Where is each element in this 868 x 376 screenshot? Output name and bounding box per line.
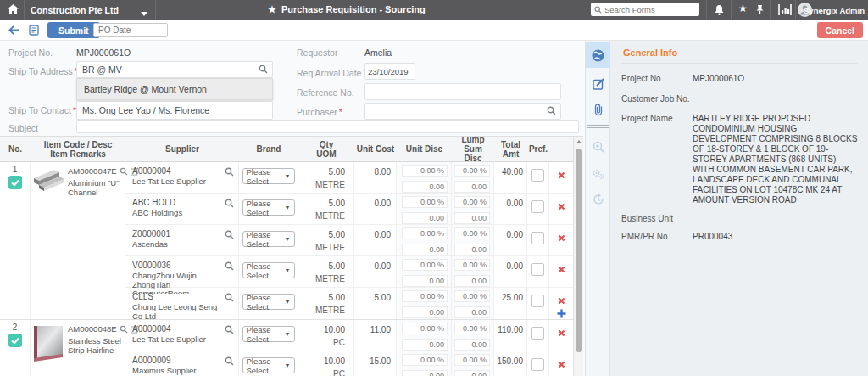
lump-disc-pct-input[interactable]: 0.00 %	[454, 354, 490, 366]
address-suggestion-option[interactable]: Bartley Ridge @ Mount Vernon	[76, 78, 273, 100]
general-info-tab-globe-icon[interactable]	[586, 42, 610, 68]
ship-to-address-input[interactable]	[76, 61, 273, 78]
notifications-bell-icon[interactable]	[714, 4, 725, 18]
unit-disc-pct-input[interactable]: 0.00 %	[402, 165, 448, 177]
lump-disc-amt-input[interactable]: 0.00	[454, 306, 490, 318]
delete-row-icon[interactable]	[558, 266, 565, 273]
panel-row-business-unit: Business Unit	[621, 214, 858, 223]
item-selected-checkbox[interactable]	[8, 334, 22, 347]
search-icon[interactable]	[225, 199, 234, 210]
unit-disc-amt-input[interactable]: 0.00	[402, 181, 448, 193]
zoom-search-icon[interactable]	[586, 134, 610, 160]
brand-select[interactable]: Please Select▼	[242, 294, 295, 310]
brand-select[interactable]: Please Select▼	[242, 326, 295, 342]
table-header: No. Item Code / DescItem Remarks Supplie…	[0, 137, 583, 162]
search-icon[interactable]	[225, 356, 234, 368]
delete-row-icon[interactable]	[558, 234, 565, 242]
pref-checkbox[interactable]	[531, 295, 544, 307]
back-arrow-icon[interactable]	[8, 25, 20, 36]
chevron-down-icon[interactable]	[141, 8, 147, 18]
col-lump-sum-disc: Lump SumDisc	[452, 137, 494, 161]
lump-disc-amt-input[interactable]: 0.00	[454, 275, 490, 287]
cancel-button[interactable]: Cancel	[817, 22, 863, 38]
brand-select[interactable]: Please Select▼	[242, 199, 295, 216]
pref-checkbox[interactable]	[531, 232, 544, 244]
pref-checkbox[interactable]	[531, 200, 544, 213]
unit-disc-pct-input[interactable]: 0.00 %	[402, 323, 448, 334]
brand-select[interactable]: Please Select▼	[242, 262, 295, 278]
supplier-name: Ascendas	[132, 240, 223, 250]
brand-select[interactable]: Please Select▼	[242, 231, 295, 247]
unit-disc-amt-input[interactable]: 0.00	[402, 244, 448, 255]
attachments-paperclip-icon[interactable]	[586, 97, 610, 122]
unit-disc-amt-input[interactable]: 0.00	[402, 275, 448, 287]
lump-disc-pct-input[interactable]: 0.00 %	[454, 196, 490, 208]
scroll-up-arrow[interactable]	[574, 137, 583, 147]
user-name[interactable]: Synergix Admin	[804, 6, 865, 15]
dashboard-chart-icon[interactable]	[778, 4, 792, 17]
delete-row-icon[interactable]	[558, 203, 565, 210]
search-icon[interactable]	[225, 293, 234, 304]
unit-disc-pct-input[interactable]: 0.00 %	[402, 290, 448, 302]
add-row-icon[interactable]	[557, 309, 566, 318]
brand-select[interactable]: Please Select▼	[242, 357, 295, 373]
req-arrival-date-input[interactable]	[364, 63, 415, 80]
lump-disc-amt-input[interactable]: 0.00	[454, 212, 490, 224]
delete-row-icon[interactable]	[558, 297, 565, 305]
item-selected-checkbox[interactable]	[8, 176, 22, 189]
pref-checkbox[interactable]	[531, 263, 544, 276]
table-scrollbar[interactable]	[573, 137, 583, 376]
unit-disc-pct-input[interactable]: 0.00 %	[402, 196, 448, 208]
col-pref: Pref.	[527, 137, 549, 161]
reference-no-input[interactable]	[364, 83, 561, 100]
delete-row-icon[interactable]	[558, 329, 565, 337]
edit-notes-icon[interactable]	[586, 71, 610, 97]
search-icon[interactable]	[225, 230, 234, 241]
item-cell: AM0000047E Aluminium "U" Channel	[31, 162, 125, 319]
unit-disc-pct-input[interactable]: 0.00 %	[402, 227, 448, 239]
unit-disc-pct-input[interactable]: 0.00 %	[402, 259, 448, 271]
history-icon[interactable]	[586, 187, 610, 212]
favorite-star-icon[interactable]: ★	[268, 5, 276, 14]
lump-disc-pct-input[interactable]: 0.00 %	[454, 323, 490, 334]
lump-disc-pct-input[interactable]: 0.00 %	[454, 259, 490, 271]
scrollbar-thumb[interactable]	[576, 149, 582, 352]
lump-disc-pct-input[interactable]: 0.00 %	[454, 227, 490, 239]
search-icon[interactable]	[225, 325, 234, 336]
settings-gears-icon[interactable]	[586, 161, 610, 187]
panel-pmr-pr-no-value: PR000043	[693, 232, 858, 242]
unit-disc-amt-input[interactable]: 0.00	[402, 306, 448, 318]
delete-row-icon[interactable]	[558, 361, 565, 368]
brand-select[interactable]: Please Select▼	[242, 168, 295, 184]
page-title: ★ Purchase Requisition - Sourcing	[268, 4, 426, 14]
lump-disc-amt-input[interactable]: 0.00	[454, 370, 490, 376]
unit-disc-pct-input[interactable]: 0.00 %	[402, 354, 448, 366]
pin-icon[interactable]	[755, 4, 765, 17]
export-document-icon[interactable]	[29, 25, 39, 37]
pref-checkbox[interactable]	[531, 327, 544, 340]
search-icon[interactable]	[547, 106, 556, 117]
submit-button[interactable]: Submit	[47, 22, 100, 38]
lump-disc-amt-input[interactable]: 0.00	[454, 339, 490, 351]
pref-checkbox[interactable]	[531, 169, 544, 182]
purchaser-input[interactable]	[364, 103, 561, 120]
lump-disc-amt-input[interactable]: 0.00	[454, 244, 490, 255]
lump-disc-pct-input[interactable]: 0.00 %	[454, 290, 490, 302]
delete-row-icon[interactable]	[558, 171, 565, 179]
search-icon[interactable]	[259, 65, 268, 76]
search-forms-input[interactable]	[604, 5, 689, 14]
lump-disc-amt-input[interactable]: 0.00	[454, 181, 490, 193]
search-icon[interactable]	[225, 167, 234, 178]
ship-to-contact-input[interactable]	[76, 101, 273, 120]
company-selector[interactable]: Construction Pte Ltd	[31, 5, 119, 15]
unit-disc-amt-input[interactable]: 0.00	[402, 370, 448, 376]
po-date-input[interactable]	[93, 23, 168, 37]
unit-disc-amt-input[interactable]: 0.00	[402, 212, 448, 224]
pref-checkbox[interactable]	[531, 358, 544, 371]
lump-disc-pct-input[interactable]: 0.00 %	[454, 165, 490, 177]
home-icon[interactable]	[8, 4, 19, 16]
search-icon[interactable]	[225, 261, 234, 272]
subject-input[interactable]	[76, 120, 579, 133]
favorites-star-icon[interactable]: ★	[738, 3, 748, 14]
unit-disc-amt-input[interactable]: 0.00	[402, 339, 448, 351]
